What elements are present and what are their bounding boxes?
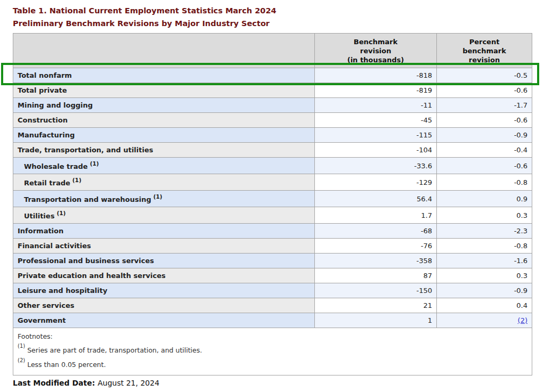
percent-revision-cell: -0.5 <box>437 68 532 83</box>
page: Table 1. National Current Employment Sta… <box>0 0 544 392</box>
benchmark-revision-cell: 56.4 <box>315 191 437 207</box>
benchmark-revision-cell: -129 <box>315 174 437 191</box>
percent-revision-cell: 0.3 <box>437 207 532 224</box>
footnote-2-text: Less than 0.05 percent. <box>27 361 105 369</box>
percent-revision-cell: -0.8 <box>437 239 532 254</box>
last-modified: Last Modified Date:August 21, 2024 <box>13 379 159 387</box>
table-title-line1: Table 1. National Current Employment Sta… <box>13 4 277 17</box>
table-title-line2: Preliminary Benchmark Revisions by Major… <box>13 17 277 30</box>
table-row: Retail trade(1) -129 -0.8 <box>13 174 532 191</box>
percent-revision-cell: -1.6 <box>437 254 532 268</box>
industry-label-cell: Professional and business services <box>13 254 315 268</box>
industry-label-cell: Construction <box>13 113 315 128</box>
benchmark-revision-cell: -115 <box>315 128 437 143</box>
industry-label: Transportation and warehousing <box>24 195 151 203</box>
industry-label-cell: Other services <box>13 298 315 313</box>
table-row: Wholesale trade(1) -33.6 -0.6 <box>13 158 532 174</box>
percent-revision-cell: -0.9 <box>437 283 532 298</box>
footnote-2-link[interactable]: (2) <box>518 316 527 324</box>
percent-revision-cell: -0.8 <box>437 174 532 191</box>
percent-revision-cell: -0.6 <box>437 83 532 98</box>
benchmark-revision-header: Benchmark revision (in thousands) <box>315 34 437 68</box>
industry-label-cell: Government <box>13 313 315 328</box>
benchmark-revision-cell: -358 <box>315 254 437 268</box>
industry-label: Total nonfarm <box>18 71 72 79</box>
benchmark-revision-cell: 1.7 <box>315 207 437 224</box>
footnote-1-ref: (1) <box>18 343 25 349</box>
benchmark-revision-cell: 1 <box>315 313 437 328</box>
industry-label: Manufacturing <box>18 131 75 139</box>
industry-label: Mining and logging <box>18 101 93 109</box>
benchmark-revision-cell: -33.6 <box>315 158 437 174</box>
footnote-item-2: (2)Less than 0.05 percent. <box>18 356 527 371</box>
footnotes-cell: Footnotes: (1)Series are part of trade, … <box>13 328 532 375</box>
header-row: Benchmark revision (in thousands) Percen… <box>13 34 532 68</box>
percent-revision-cell: 0.4 <box>437 298 532 313</box>
percent-revision-cell: -2.3 <box>437 224 532 239</box>
table-row: Leisure and hospitality -150 -0.9 <box>13 283 532 298</box>
benchmark-revision-cell: -104 <box>315 143 437 158</box>
last-modified-label: Last Modified Date: <box>13 379 95 387</box>
footnote-ref-superscript: (1) <box>56 210 66 216</box>
table-row: Total private -819 -0.6 <box>13 83 532 98</box>
footnote-2-ref: (2) <box>18 357 25 363</box>
table-row: Financial activities -76 -0.8 <box>13 239 532 254</box>
footnote-ref-superscript: (1) <box>153 193 163 200</box>
industry-label-cell: Private education and health services <box>13 268 315 283</box>
industry-label-cell: Information <box>13 224 315 239</box>
footnote-item-1: (1)Series are part of trade, transportat… <box>18 342 527 356</box>
benchmark-revision-cell: -68 <box>315 224 437 239</box>
table-row: Construction -45 -0.6 <box>13 113 532 128</box>
industry-label-cell: Total private <box>13 83 315 98</box>
percent-revision-cell: -0.6 <box>437 113 532 128</box>
industry-label-cell: Wholesale trade(1) <box>13 158 315 174</box>
table-row: Utilities(1) 1.7 0.3 <box>13 207 532 224</box>
table-body: Total nonfarm -818 -0.5 Total private -8… <box>13 68 532 328</box>
table-row: Information -68 -2.3 <box>13 224 532 239</box>
last-modified-value: August 21, 2024 <box>98 379 159 387</box>
industry-label-cell: Manufacturing <box>13 128 315 143</box>
table-header: Benchmark revision (in thousands) Percen… <box>13 34 532 68</box>
industry-label: Financial activities <box>18 242 91 250</box>
table-row: Total nonfarm -818 -0.5 <box>13 68 532 83</box>
benchmark-revision-cell: -818 <box>315 68 437 83</box>
industry-label-cell: Mining and logging <box>13 98 315 113</box>
benchmark-revision-cell: 87 <box>315 268 437 283</box>
benchmark-revision-cell: -45 <box>315 113 437 128</box>
industry-label-cell: Trade, transportation, and utilities <box>13 143 315 158</box>
percent-revision-cell: -0.6 <box>437 158 532 174</box>
industry-label: Wholesale trade <box>24 162 88 170</box>
percent-revision-header: Percent benchmark revision <box>437 34 532 68</box>
benchmark-revision-cell: -11 <box>315 98 437 113</box>
percent-revision-cell: 0.9 <box>437 191 532 207</box>
footnotes-heading: Footnotes: <box>18 331 527 342</box>
table-footnotes-body: Footnotes: (1)Series are part of trade, … <box>13 328 532 375</box>
table-title: Table 1. National Current Employment Sta… <box>13 4 277 30</box>
table-row: Mining and logging -11 -1.7 <box>13 98 532 113</box>
industry-label: Information <box>18 227 63 235</box>
footnote-ref-superscript: (1) <box>72 177 82 183</box>
footnote-ref-superscript: (1) <box>90 160 99 167</box>
industry-label: Trade, transportation, and utilities <box>18 146 153 154</box>
industry-label-cell: Utilities(1) <box>13 207 315 224</box>
industry-label: Construction <box>18 116 68 124</box>
percent-revision-cell: -0.4 <box>437 143 532 158</box>
table-row: Trade, transportation, and utilities -10… <box>13 143 532 158</box>
table-row: Transportation and warehousing(1) 56.4 0… <box>13 191 532 207</box>
industry-label-cell: Leisure and hospitality <box>13 283 315 298</box>
footnote-1-text: Series are part of trade, transportation… <box>27 346 202 354</box>
industry-label: Other services <box>18 301 74 309</box>
table-row: Private education and health services 87… <box>13 268 532 283</box>
table-row: Government 1 (2) <box>13 313 532 328</box>
percent-revision-cell: 0.3 <box>437 268 532 283</box>
industry-label-cell: Total nonfarm <box>13 68 315 83</box>
industry-label: Utilities <box>24 212 54 220</box>
benchmark-revisions-table: Benchmark revision (in thousands) Percen… <box>13 33 532 375</box>
percent-revision-cell: -1.7 <box>437 98 532 113</box>
benchmark-revision-cell: 21 <box>315 298 437 313</box>
industry-label: Leisure and hospitality <box>18 287 107 295</box>
benchmark-revision-cell: -150 <box>315 283 437 298</box>
industry-label: Professional and business services <box>18 257 154 265</box>
industry-label: Total private <box>18 86 67 94</box>
percent-revision-cell: -0.9 <box>437 128 532 143</box>
